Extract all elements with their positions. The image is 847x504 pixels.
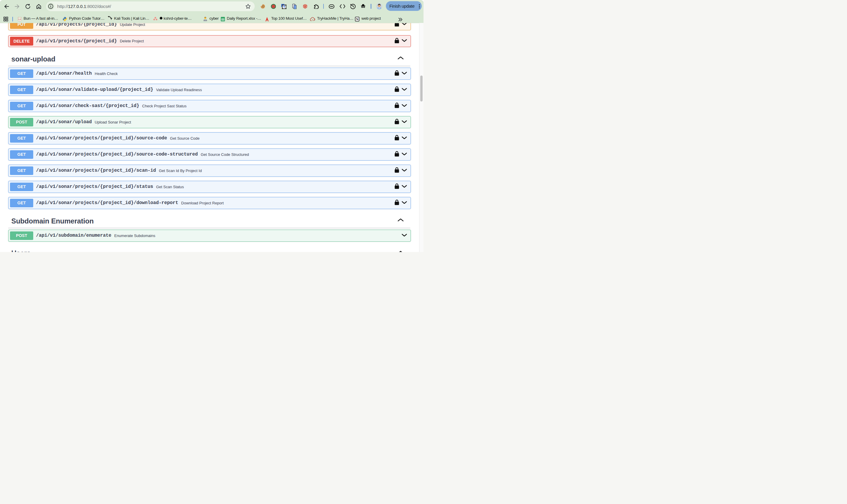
svg-text:1110: 1110 — [312, 20, 314, 21]
svg-text:N: N — [356, 17, 359, 21]
